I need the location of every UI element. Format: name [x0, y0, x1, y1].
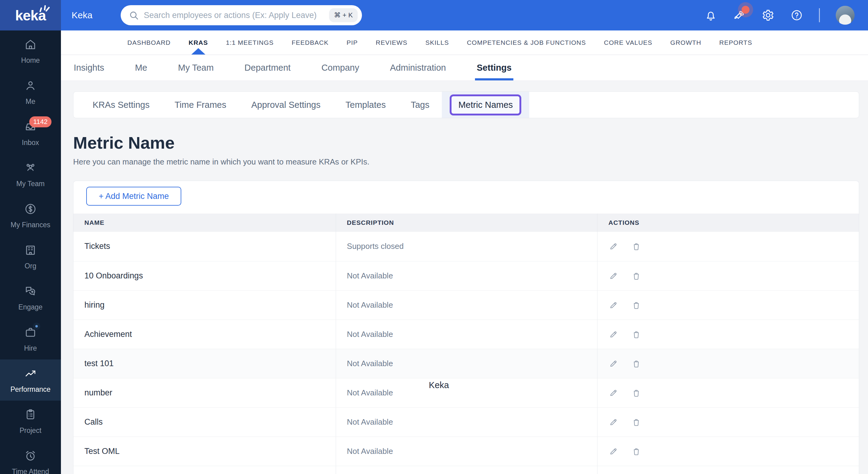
metric-name-cell: Calls	[73, 407, 336, 437]
subtab-insights[interactable]: Insights	[74, 55, 104, 81]
metric-name-cell: hiring	[73, 290, 336, 320]
actions-cell	[597, 320, 859, 349]
edit-icon[interactable]	[609, 358, 618, 369]
sidebar-item-my-finances[interactable]: My Finances	[0, 195, 61, 236]
subtab-administration[interactable]: Administration	[390, 55, 446, 81]
team-icon	[24, 161, 37, 177]
column-header-description: DESCRIPTION	[336, 214, 597, 232]
sidebar-item-me[interactable]: Me	[0, 71, 61, 113]
tab-reviews[interactable]: REVIEWS	[376, 30, 407, 55]
metric-description-cell: Not Available	[336, 407, 597, 437]
time-icon	[24, 449, 37, 464]
sidebar-item-label: Time Attend	[12, 468, 49, 474]
home-icon	[24, 38, 37, 53]
edit-icon[interactable]	[609, 388, 618, 398]
table-row: test 101Not Available	[73, 349, 859, 378]
settings-tab-metric-names[interactable]: Metric Names	[442, 92, 529, 118]
edit-icon[interactable]	[609, 300, 618, 310]
add-metric-name-button[interactable]: + Add Metric Name	[86, 187, 181, 206]
edit-icon[interactable]	[609, 446, 618, 456]
column-header-actions: ACTIONS	[597, 214, 859, 232]
actions-cell	[597, 437, 859, 466]
content-area: KRAs SettingsTime FramesApproval Setting…	[61, 81, 868, 474]
sidebar-item-performance[interactable]: Performance	[0, 359, 61, 401]
edit-icon[interactable]	[609, 417, 618, 427]
delete-icon[interactable]	[631, 271, 641, 281]
inbox-count-badge: 1142	[29, 116, 52, 127]
sidebar-item-hire[interactable]: Hire	[0, 318, 61, 359]
finances-icon	[24, 202, 37, 218]
edit-icon[interactable]	[609, 329, 618, 339]
sidebar-item-home[interactable]: Home	[0, 30, 61, 71]
delete-icon[interactable]	[631, 388, 641, 398]
delete-icon[interactable]	[631, 300, 641, 310]
sidebar-item-my-team[interactable]: My Team	[0, 154, 61, 195]
subtab-department[interactable]: Department	[244, 55, 291, 81]
sidebar-item-engage[interactable]: Engage	[0, 277, 61, 318]
tab-competencies-job-functions[interactable]: COMPETENCIES & JOB FUNCTIONS	[467, 30, 586, 55]
global-search[interactable]: ⌘ + K	[121, 5, 362, 25]
metric-description-cell: Not AvailableKeka	[336, 378, 597, 407]
metric-description-cell: Not Available	[336, 261, 597, 290]
subtab-settings[interactable]: Settings	[477, 55, 512, 81]
actions-cell	[597, 407, 859, 437]
notifications-bell-icon[interactable]	[704, 9, 717, 22]
whats-new-rocket-icon[interactable]	[733, 9, 746, 22]
page-title: Metric Name	[73, 133, 859, 152]
sidebar-item-org[interactable]: Org	[0, 236, 61, 277]
actions-cell	[597, 378, 859, 407]
delete-icon[interactable]	[631, 241, 641, 251]
sidebar-item-label: Home	[21, 56, 40, 65]
edit-icon[interactable]	[609, 271, 618, 281]
metric-name-cell: Achievement	[73, 320, 336, 349]
settings-tab-approval-settings[interactable]: Approval Settings	[239, 92, 333, 118]
project-icon	[24, 408, 37, 423]
column-header-name: NAME	[73, 214, 336, 232]
metric-description-cell: Supports closed	[336, 232, 597, 261]
sidebar-item-project[interactable]: Project	[0, 401, 61, 442]
help-icon[interactable]	[790, 9, 803, 22]
actions-cell	[597, 232, 859, 261]
user-avatar[interactable]	[836, 6, 855, 25]
delete-icon[interactable]	[631, 417, 641, 427]
metric-names-highlight-box: Metric Names	[450, 94, 521, 116]
delete-icon[interactable]	[631, 446, 641, 456]
floating-tooltip-text: Keka	[429, 380, 449, 390]
page-subtitle: Here you can manage the metric name in w…	[73, 157, 859, 167]
settings-tab-time-frames[interactable]: Time Frames	[162, 92, 239, 118]
settings-gear-icon[interactable]	[762, 9, 774, 22]
subtab-my-team[interactable]: My Team	[178, 55, 214, 81]
keka-logo[interactable]: keka	[0, 0, 61, 30]
tab-1-1-meetings[interactable]: 1:1 MEETINGS	[226, 30, 274, 55]
edit-icon[interactable]	[609, 241, 618, 251]
sidebar-item-label: My Team	[17, 180, 45, 188]
metric-description-cell: Not Available	[336, 290, 597, 320]
sidebar-item-time-attend[interactable]: Time Attend	[0, 442, 61, 474]
actions-cell	[597, 349, 859, 378]
settings-tab-templates[interactable]: Templates	[333, 92, 398, 118]
tab-growth[interactable]: GROWTH	[670, 30, 701, 55]
search-shortcut-badge: ⌘ + K	[329, 8, 358, 22]
performance-icon	[24, 367, 37, 382]
tab-reports[interactable]: REPORTS	[719, 30, 752, 55]
settings-tab-tags[interactable]: Tags	[398, 92, 442, 118]
settings-tab-kras-settings[interactable]: KRAs Settings	[80, 92, 162, 118]
tab-skills[interactable]: SKILLS	[425, 30, 449, 55]
table-row: numberNot AvailableKeka	[73, 378, 859, 407]
tab-dashboard[interactable]: DASHBOARD	[127, 30, 170, 55]
tab-pip[interactable]: PIP	[346, 30, 358, 55]
metric-description-cell: Not Available	[336, 349, 597, 378]
subtab-me[interactable]: Me	[135, 55, 147, 81]
user-icon	[24, 79, 37, 94]
subtab-company[interactable]: Company	[321, 55, 359, 81]
tab-kras[interactable]: KRAS	[189, 30, 208, 55]
tab-feedback[interactable]: FEEDBACK	[291, 30, 329, 55]
delete-icon[interactable]	[631, 329, 641, 339]
search-input[interactable]	[144, 11, 329, 20]
sidebar-item-inbox[interactable]: Inbox1142	[0, 113, 61, 154]
delete-icon[interactable]	[631, 358, 641, 369]
rocket-notification-dot	[742, 6, 749, 14]
actions-cell	[597, 290, 859, 320]
tab-core-values[interactable]: CORE VALUES	[604, 30, 652, 55]
metric-name-cell: Test OML	[73, 437, 336, 466]
